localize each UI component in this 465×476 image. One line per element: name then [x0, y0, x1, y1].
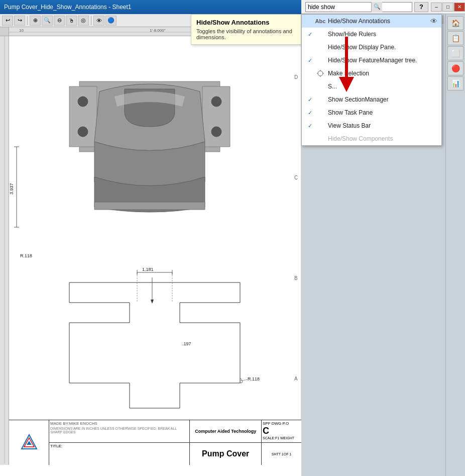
svg-marker-39 — [151, 300, 154, 304]
svg-point-0 — [318, 71, 323, 76]
menu-label-feature-manager: Hide/Show FeatureManager tree. — [328, 57, 417, 64]
svg-point-13 — [78, 127, 88, 137]
canvas[interactable]: D C B A 2 1 — [9, 36, 301, 465]
toolbar-btn-2[interactable]: ↪ — [14, 16, 25, 26]
title-block-info: MADE BY:MIKE ENOCHS DIMENSIONS ARE IN IN… — [49, 420, 261, 465]
toolbar-btn-zoom-fit[interactable]: ⊕ — [30, 16, 41, 26]
menu-check-section-manager: ✓ — [306, 96, 314, 104]
menu-label-display-pane: Hide/Show Display Pane. — [328, 44, 396, 51]
svg-text:R.118: R.118 — [248, 376, 260, 382]
eye-icon: 👁 — [430, 17, 437, 25]
svg-text:C: C — [294, 175, 298, 180]
search-input[interactable] — [306, 3, 371, 12]
menu-item-rulers[interactable]: ✓ Show/Hide Rulers — [302, 28, 441, 41]
menu-icon-feature-manager — [316, 56, 325, 65]
title-block-part-info: TITLE: — [49, 443, 190, 465]
menu-check-feature-manager: ✓ — [306, 56, 314, 64]
rp-view-btn[interactable]: ⬜ — [447, 46, 463, 60]
svg-line-42 — [240, 379, 248, 381]
menu-item-annotations[interactable]: Abc Hide/Show Annotations 👁 — [302, 15, 441, 28]
tooltip-title: Hide/Show Annotations — [196, 19, 296, 26]
rp-chart-btn[interactable]: 📊 — [447, 76, 463, 90]
svg-text:D: D — [294, 74, 298, 80]
win-maximize-button[interactable]: □ — [442, 3, 453, 12]
menu-item-status-bar[interactable]: ✓ View Status Bar — [302, 119, 441, 132]
menu-check-annotations — [306, 17, 314, 25]
svg-point-14 — [211, 97, 221, 107]
menu-label-task-pane: Show Task Pane — [328, 109, 373, 116]
menu-label-section-manager: Show SectionManager — [328, 96, 389, 103]
window-controls: – □ ✕ — [430, 3, 465, 12]
toolbar-btn-5[interactable]: ◎ — [78, 16, 89, 26]
tooltip-body: Toggles the visibility of annotations an… — [196, 28, 296, 40]
menu-check-status-bar: ✓ — [306, 122, 314, 130]
menu-check-rulers: ✓ — [306, 30, 314, 38]
title-bar-text: Pump Cover_Hide_Show_Annotations - Sheet… — [4, 4, 132, 11]
win-close-button[interactable]: ✕ — [454, 3, 465, 12]
win-minimize-button[interactable]: – — [431, 3, 442, 12]
logo-area — [9, 420, 49, 465]
title-block: MADE BY:MIKE ENOCHS DIMENSIONS ARE IN IN… — [9, 420, 301, 465]
search-bar: 🔍 ? – □ ✕ — [301, 0, 465, 14]
menu-label-s: S... — [328, 83, 337, 90]
title-block-title: Pump Cover — [190, 443, 261, 465]
toolbar-btn-4[interactable]: 🖱 — [66, 16, 77, 26]
menu-label-rulers: Show/Hide Rulers — [328, 31, 376, 38]
menu-check-task-pane: ✓ — [306, 109, 314, 117]
search-input-container: 🔍 — [305, 2, 412, 12]
menu-icon-hide-components — [316, 134, 325, 143]
ruler-mark-dim: 1'-8.000" — [150, 28, 166, 33]
title-block-scale: SPF DWG P.O C SCALE:F1 WEIGHT SHTT 1OF 1 — [261, 420, 301, 465]
title-block-notes: MADE BY:MIKE ENOCHS DIMENSIONS ARE IN IN… — [49, 420, 190, 442]
vertical-ruler — [0, 36, 9, 465]
svg-text:1.181: 1.181 — [142, 267, 154, 272]
scale-value: C — [263, 426, 300, 436]
menu-item-section-manager[interactable]: ✓ Show SectionManager — [302, 93, 441, 106]
toolbar-btn-display[interactable]: 🔵 — [105, 16, 117, 26]
menu-item-task-pane[interactable]: ✓ Show Task Pane — [302, 106, 441, 119]
title-block-company: Computer Aided Technology — [190, 420, 261, 442]
menu-check-make-selection — [306, 69, 314, 77]
svg-text:A: A — [294, 376, 298, 382]
menu-label-annotations: Hide/Show Annotations — [328, 18, 390, 25]
sheet-value: SHTT 1OF 1 — [272, 452, 292, 456]
menu-label-make-selection: Make Selection — [328, 70, 369, 77]
menu-label-status-bar: View Status Bar — [328, 122, 371, 129]
menu-item-display-pane[interactable]: Hide/Show Display Pane. — [302, 41, 441, 54]
rp-home-btn[interactable]: 🏠 — [447, 16, 463, 30]
dropdown-menu: Abc Hide/Show Annotations 👁 ✓ Show/Hide … — [301, 14, 442, 146]
toolbar-btn-3[interactable]: ⊖ — [54, 16, 65, 26]
menu-icon-make-selection — [316, 69, 325, 78]
scale-info: SPF DWG P.O C SCALE:F1 WEIGHT — [262, 420, 301, 443]
menu-icon-annotations: Abc — [316, 17, 325, 26]
svg-text:3.937: 3.937 — [9, 183, 14, 195]
toolbar-btn-view[interactable]: 👁 — [93, 16, 104, 26]
menu-item-s[interactable]: S... — [302, 80, 441, 93]
toolbar-btn-1[interactable]: ↩ — [2, 16, 13, 26]
drawing-area: D C B A 2 1 — [0, 36, 301, 465]
rp-color-btn[interactable]: 🔴 — [447, 61, 463, 75]
menu-check-display-pane — [306, 43, 314, 51]
menu-check-s — [306, 82, 314, 90]
menu-label-hide-components: Hide/Show Components — [328, 135, 393, 142]
menu-icon-task-pane — [316, 108, 325, 117]
part-title: Pump Cover — [202, 449, 249, 458]
toolbar-separator-2 — [91, 16, 91, 25]
menu-check-hide-components — [306, 135, 314, 143]
menu-item-hide-components[interactable]: Hide/Show Components — [302, 132, 441, 145]
help-button[interactable]: ? — [414, 2, 428, 12]
ruler-mark-10: 10 — [19, 28, 24, 33]
rp-parts-btn[interactable]: 📋 — [447, 31, 463, 45]
search-button[interactable]: 🔍 — [371, 2, 382, 12]
menu-icon-display-pane — [316, 43, 325, 52]
menu-item-make-selection[interactable]: Make Selection — [302, 67, 441, 80]
menu-icon-rulers — [316, 30, 325, 39]
main-cad-area: ↩ ↪ ⊕ 🔍 ⊖ 🖱 ◎ 👁 🔵 10 1'-8.000" — [0, 14, 301, 476]
svg-point-12 — [78, 97, 88, 107]
toolbar-separator-1 — [27, 16, 28, 25]
tooltip: Hide/Show Annotations Toggles the visibi… — [191, 14, 301, 45]
toolbar-btn-zoom-in[interactable]: 🔍 — [42, 16, 53, 26]
ruler-corner — [0, 27, 9, 36]
menu-item-feature-manager[interactable]: ✓ Hide/Show FeatureManager tree. — [302, 54, 441, 67]
menu-icon-status-bar — [316, 121, 325, 130]
